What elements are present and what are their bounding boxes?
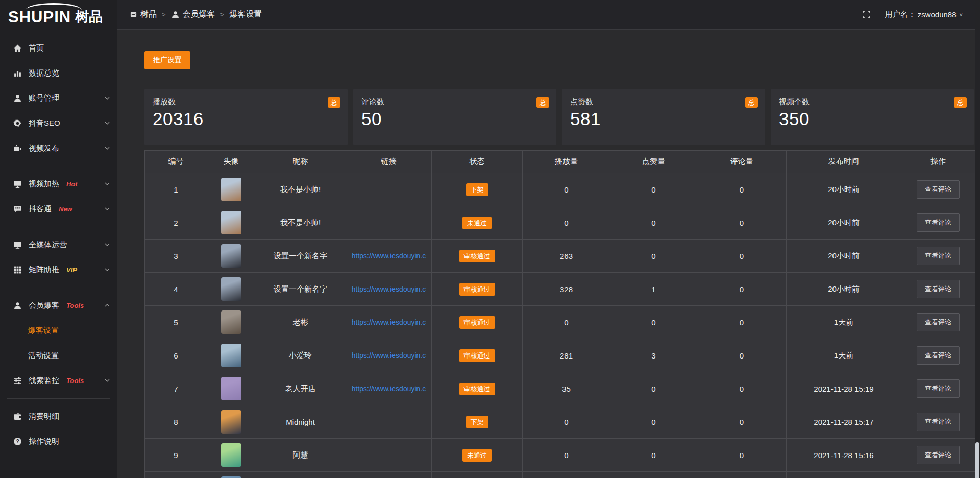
video-link[interactable]: https://www.iesdouyin.c	[346, 351, 431, 360]
column-header-头像: 头像	[207, 151, 255, 173]
column-header-昵称: 昵称	[255, 151, 346, 173]
table-row: 1我不是小帅!下架00020小时前查看评论	[145, 173, 975, 206]
cell	[901, 472, 975, 478]
cell-plays: 263	[523, 240, 610, 273]
cell	[207, 472, 255, 478]
video-link[interactable]: https://www.iesdouyin.c	[346, 318, 431, 326]
view-comments-button[interactable]: 查看评论	[917, 379, 960, 398]
chevron-down-icon	[104, 266, 110, 274]
view-comments-button[interactable]: 查看评论	[917, 413, 960, 431]
table-row: 6小爱玲https://www.iesdouyin.c审核通过281301天前查…	[145, 339, 975, 372]
user-icon	[13, 301, 22, 310]
page-scrollbar[interactable]	[975, 0, 980, 478]
video-link[interactable]: https://www.iesdouyin.c	[346, 385, 431, 393]
cell-avatar	[207, 372, 255, 405]
screen-icon	[13, 180, 22, 188]
cell-actions: 查看评论	[901, 339, 975, 372]
sidebar-item-操作说明[interactable]: ?操作说明	[0, 429, 117, 454]
cell-plays: 0	[523, 439, 610, 472]
table-row-partial	[145, 472, 975, 478]
view-comments-button[interactable]: 查看评论	[917, 313, 960, 331]
sidebar-item-抖音SEO[interactable]: 抖音SEO	[0, 111, 117, 136]
stat-value: 20316	[153, 109, 339, 129]
sidebar-item-首页[interactable]: 首页	[0, 36, 117, 61]
stat-total-badge: 总	[536, 97, 549, 108]
sidebar-item-视频加热[interactable]: 视频加热Hot	[0, 172, 117, 197]
cell-comments: 0	[697, 273, 787, 306]
sidebar-nav: 首页数据总览账号管理抖音SEO视频发布视频加热Hot抖客通New全媒体运营矩阵助…	[0, 34, 117, 454]
sidebar-item-线索监控[interactable]: 线索监控Tools	[0, 368, 117, 393]
table-row: 8Midnight下架0002021-11-28 15:17查看评论	[145, 405, 975, 439]
cell-status: 审核通过	[432, 273, 523, 306]
sidebar-item-抖客通[interactable]: 抖客通New	[0, 197, 117, 222]
sidebar-item-label: 首页	[29, 43, 44, 53]
view-comments-button[interactable]: 查看评论	[917, 446, 960, 464]
cell	[346, 472, 432, 478]
sidebar-item-数据总览[interactable]: 数据总览	[0, 61, 117, 86]
sidebar-subitem-爆客设置[interactable]: 爆客设置	[0, 318, 117, 343]
column-header-评论量: 评论量	[697, 151, 787, 173]
stat-total-badge: 总	[328, 97, 340, 108]
cell-comments: 0	[697, 372, 787, 405]
cell-likes: 0	[610, 306, 697, 339]
sidebar-item-全媒体运营[interactable]: 全媒体运营	[0, 232, 117, 257]
cell-number: 4	[145, 273, 207, 306]
fullscreen-icon[interactable]	[862, 10, 871, 19]
avatar	[221, 277, 241, 301]
main-content: 推广设置 播放数20316总评论数50总点赞数581总视频个数350总 编号头像…	[117, 30, 980, 478]
stat-cards: 播放数20316总评论数50总点赞数581总视频个数350总	[144, 89, 975, 145]
cell-number: 6	[145, 339, 207, 372]
cell-publish-time: 2021-11-28 15:16	[787, 439, 901, 472]
sidebar-item-label: 操作说明	[29, 437, 59, 446]
sidebar-divider	[7, 288, 110, 288]
breadcrumb-label: 树品	[140, 9, 157, 20]
chevron-down-icon	[104, 94, 110, 103]
view-comments-button[interactable]: 查看评论	[917, 280, 960, 298]
breadcrumb-item-树品[interactable]: 树品	[130, 9, 157, 20]
breadcrumb-item-会员爆客[interactable]: 会员爆客	[171, 9, 215, 20]
cell-plays: 0	[523, 206, 610, 240]
video-link[interactable]: https://www.iesdouyin.c	[346, 252, 431, 260]
cell-actions: 查看评论	[901, 206, 975, 240]
sidebar-item-label: 账号管理	[29, 93, 59, 103]
breadcrumb-item-爆客设置[interactable]: 爆客设置	[229, 9, 262, 20]
cell-actions: 查看评论	[901, 405, 975, 439]
view-comments-button[interactable]: 查看评论	[917, 346, 960, 365]
cell-comments: 0	[697, 206, 787, 240]
status-badge: 下架	[466, 183, 488, 196]
scrollbar-thumb[interactable]	[975, 442, 979, 478]
video-link[interactable]: https://www.iesdouyin.c	[346, 285, 431, 293]
sidebar-item-会员爆客[interactable]: 会员爆客Tools	[0, 293, 117, 318]
cell	[787, 472, 901, 478]
monitor-icon	[13, 241, 22, 249]
cell-number: 3	[145, 240, 207, 273]
sidebar-item-消费明细[interactable]: 消费明细	[0, 404, 117, 429]
sidebar-item-视频发布[interactable]: 视频发布	[0, 136, 117, 161]
cell	[432, 472, 523, 478]
avatar	[221, 344, 241, 367]
status-badge: 审核通过	[459, 349, 495, 362]
cell-link: https://www.iesdouyin.c	[346, 306, 432, 339]
chat-icon	[13, 205, 22, 213]
promo-settings-button[interactable]: 推广设置	[144, 51, 190, 69]
status-badge: 审核通过	[459, 316, 495, 329]
view-comments-button[interactable]: 查看评论	[917, 180, 960, 199]
stat-value: 50	[361, 109, 548, 129]
cell-publish-time: 20小时前	[787, 206, 901, 240]
user-menu[interactable]: 用户名： zswodun88 ˅	[885, 10, 963, 19]
cell-publish-time: 20小时前	[787, 240, 901, 273]
user-icon	[171, 10, 180, 19]
sidebar-item-账号管理[interactable]: 账号管理	[0, 86, 117, 111]
breadcrumb-separator: >	[220, 11, 225, 18]
sidebar-subitem-活动设置[interactable]: 活动设置	[0, 343, 117, 368]
table-row: 5老彬https://www.iesdouyin.c审核通过0001天前查看评论	[145, 306, 975, 339]
sidebar-item-badge: Hot	[66, 180, 78, 188]
breadcrumb-label: 爆客设置	[229, 9, 262, 20]
video-upload-icon	[13, 144, 22, 153]
stat-total-badge: 总	[745, 97, 758, 108]
sidebar-item-矩阵助推[interactable]: 矩阵助推VIP	[0, 257, 117, 282]
avatar	[221, 178, 241, 201]
topbar-right: 用户名： zswodun88 ˅	[862, 10, 980, 19]
view-comments-button[interactable]: 查看评论	[917, 247, 960, 265]
view-comments-button[interactable]: 查看评论	[917, 213, 960, 232]
